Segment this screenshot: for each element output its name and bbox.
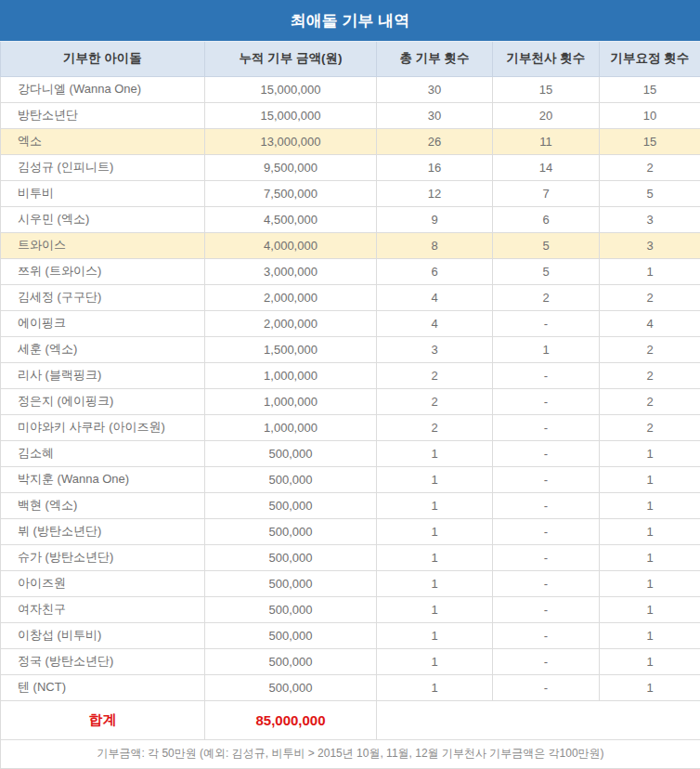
amount-cell: 4,000,000 (205, 232, 377, 258)
total-row: 합계 85,000,000 (1, 700, 700, 739)
header-idol: 기부한 아이돌 (1, 42, 205, 76)
fairy-count-cell: 1 (600, 622, 700, 648)
angel-count-cell: - (493, 492, 600, 518)
table-row: 미야와키 사쿠라 (아이즈원)1,000,0002-2 (1, 414, 700, 440)
amount-cell: 500,000 (205, 622, 377, 648)
total-count-cell: 2 (377, 414, 493, 440)
angel-count-cell: 2 (493, 284, 600, 310)
idol-name-cell: 정은지 (에이핑크) (1, 388, 205, 414)
total-count-cell: 1 (377, 544, 493, 570)
table-row: 박지훈 (Wanna One)500,0001-1 (1, 466, 700, 492)
angel-count-cell: 20 (493, 102, 600, 128)
angel-count-cell: - (493, 570, 600, 596)
total-count-cell: 3 (377, 336, 493, 362)
amount-cell: 500,000 (205, 596, 377, 622)
table-row: 비투비7,500,0001275 (1, 180, 700, 206)
total-count-cell: 30 (377, 102, 493, 128)
angel-count-cell: - (493, 440, 600, 466)
angel-count-cell: - (493, 674, 600, 700)
angel-count-cell: 5 (493, 232, 600, 258)
table-header: 기부한 아이돌 누적 기부 금액(원) 총 기부 횟수 기부천사 횟수 기부요정… (1, 42, 700, 76)
fairy-count-cell: 5 (600, 180, 700, 206)
idol-name-cell: 강다니엘 (Wanna One) (1, 76, 205, 102)
amount-cell: 2,000,000 (205, 310, 377, 336)
total-count-cell: 6 (377, 258, 493, 284)
total-count-cell: 1 (377, 518, 493, 544)
angel-count-cell: - (493, 414, 600, 440)
amount-cell: 15,000,000 (205, 102, 377, 128)
fairy-count-cell: 1 (600, 258, 700, 284)
amount-cell: 1,000,000 (205, 362, 377, 388)
total-count-cell: 4 (377, 284, 493, 310)
table-row: 김성규 (인피니트)9,500,00016142 (1, 154, 700, 180)
fairy-count-cell: 2 (600, 154, 700, 180)
idol-name-cell: 시우민 (엑소) (1, 206, 205, 232)
amount-cell: 500,000 (205, 492, 377, 518)
amount-cell: 9,500,000 (205, 154, 377, 180)
total-count-cell: 1 (377, 622, 493, 648)
header-row: 기부한 아이돌 누적 기부 금액(원) 총 기부 횟수 기부천사 횟수 기부요정… (1, 42, 700, 76)
fairy-count-cell: 1 (600, 466, 700, 492)
fairy-count-cell: 1 (600, 596, 700, 622)
table-row: 방탄소년단15,000,000302010 (1, 102, 700, 128)
donation-table: 기부한 아이돌 누적 기부 금액(원) 총 기부 횟수 기부천사 횟수 기부요정… (0, 42, 700, 769)
amount-cell: 500,000 (205, 570, 377, 596)
fairy-count-cell: 1 (600, 570, 700, 596)
idol-name-cell: 방탄소년단 (1, 102, 205, 128)
fairy-count-cell: 1 (600, 440, 700, 466)
table-row: 뷔 (방탄소년단)500,0001-1 (1, 518, 700, 544)
fairy-count-cell: 3 (600, 206, 700, 232)
header-fairy-count: 기부요정 횟수 (600, 42, 700, 76)
angel-count-cell: 7 (493, 180, 600, 206)
total-count-cell: 1 (377, 440, 493, 466)
table-body: 강다니엘 (Wanna One)15,000,000301515방탄소년단15,… (1, 76, 700, 700)
idol-name-cell: 비투비 (1, 180, 205, 206)
idol-name-cell: 김세정 (구구단) (1, 284, 205, 310)
fairy-count-cell: 1 (600, 492, 700, 518)
angel-count-cell: 6 (493, 206, 600, 232)
idol-name-cell: 세훈 (엑소) (1, 336, 205, 362)
amount-cell: 500,000 (205, 648, 377, 674)
table-row: 트와이스4,000,000853 (1, 232, 700, 258)
angel-count-cell: - (493, 648, 600, 674)
total-amount: 85,000,000 (205, 700, 377, 739)
header-cumulative-amount: 누적 기부 금액(원) (205, 42, 377, 76)
fairy-count-cell: 1 (600, 648, 700, 674)
table-footer: 합계 85,000,000 기부금액: 각 50만원 (예외: 김성규, 비투비… (1, 700, 700, 768)
angel-count-cell: - (493, 544, 600, 570)
amount-cell: 500,000 (205, 544, 377, 570)
angel-count-cell: - (493, 310, 600, 336)
idol-name-cell: 리사 (블랙핑크) (1, 362, 205, 388)
total-count-cell: 1 (377, 570, 493, 596)
total-count-cell: 30 (377, 76, 493, 102)
amount-cell: 15,000,000 (205, 76, 377, 102)
idol-name-cell: 슈가 (방탄소년단) (1, 544, 205, 570)
fairy-count-cell: 4 (600, 310, 700, 336)
table-row: 강다니엘 (Wanna One)15,000,000301515 (1, 76, 700, 102)
idol-name-cell: 미야와키 사쿠라 (아이즈원) (1, 414, 205, 440)
table-row: 이창섭 (비투비)500,0001-1 (1, 622, 700, 648)
fairy-count-cell: 2 (600, 336, 700, 362)
amount-cell: 7,500,000 (205, 180, 377, 206)
table-row: 리사 (블랙핑크)1,000,0002-2 (1, 362, 700, 388)
table-row: 정은지 (에이핑크)1,000,0002-2 (1, 388, 700, 414)
angel-count-cell: - (493, 518, 600, 544)
amount-cell: 500,000 (205, 518, 377, 544)
amount-cell: 1,000,000 (205, 414, 377, 440)
fairy-count-cell: 15 (600, 128, 700, 154)
header-angel-count: 기부천사 횟수 (493, 42, 600, 76)
table-row: 텐 (NCT)500,0001-1 (1, 674, 700, 700)
table-row: 세훈 (엑소)1,500,000312 (1, 336, 700, 362)
angel-count-cell: - (493, 466, 600, 492)
total-count-cell: 4 (377, 310, 493, 336)
idol-name-cell: 정국 (방탄소년단) (1, 648, 205, 674)
angel-count-cell: - (493, 596, 600, 622)
idol-name-cell: 쯔위 (트와이스) (1, 258, 205, 284)
footnote-row: 기부금액: 각 50만원 (예외: 김성규, 비투비 > 2015년 10월, … (1, 739, 700, 768)
angel-count-cell: - (493, 388, 600, 414)
table-row: 아이즈원500,0001-1 (1, 570, 700, 596)
total-count-cell: 1 (377, 648, 493, 674)
fairy-count-cell: 2 (600, 414, 700, 440)
idol-name-cell: 백현 (엑소) (1, 492, 205, 518)
total-count-cell: 2 (377, 362, 493, 388)
